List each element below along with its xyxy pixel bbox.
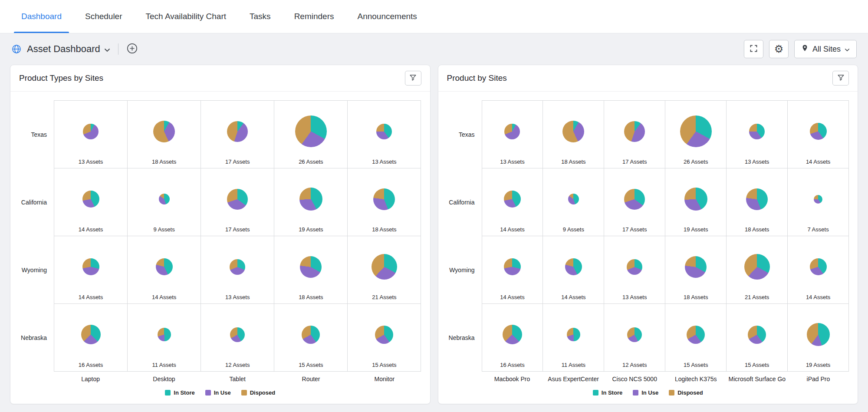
pie-chart[interactable] (562, 121, 584, 142)
tab-dashboard[interactable]: Dashboard (10, 0, 73, 33)
pie-chart[interactable] (565, 258, 582, 275)
pie-chart[interactable] (83, 124, 99, 139)
pie-chart[interactable] (227, 121, 248, 142)
pie-cell[interactable]: 16 Assets (482, 303, 543, 372)
pie-cell[interactable]: 7 Assets (787, 168, 849, 236)
pie-cell[interactable]: 14 Assets (127, 236, 201, 304)
pie-cell[interactable]: 18 Assets (127, 100, 201, 168)
pie-cell[interactable]: 21 Assets (347, 236, 421, 304)
chevron-down-icon[interactable] (104, 48, 110, 52)
pie-cell[interactable]: 17 Assets (604, 100, 665, 168)
pie-chart[interactable] (156, 258, 173, 275)
pie-chart[interactable] (687, 326, 705, 344)
pie-cell[interactable]: 19 Assets (274, 168, 348, 236)
pie-cell[interactable]: 18 Assets (726, 168, 788, 236)
pie-chart[interactable] (300, 256, 322, 278)
pie-chart[interactable] (158, 328, 171, 341)
pie-chart[interactable] (807, 323, 830, 346)
pie-chart[interactable] (227, 189, 248, 210)
pie-chart[interactable] (153, 121, 175, 142)
pie-chart[interactable] (680, 115, 712, 147)
pie-cell[interactable]: 17 Assets (604, 168, 665, 236)
pie-cell[interactable]: 15 Assets (274, 303, 348, 372)
add-dashboard-button[interactable] (126, 43, 138, 56)
pie-cell[interactable]: 13 Assets (54, 100, 128, 168)
pie-chart[interactable] (504, 124, 520, 139)
pie-cell[interactable]: 14 Assets (54, 236, 128, 304)
pie-chart[interactable] (568, 194, 579, 204)
tab-tech-availability-chart[interactable]: Tech Availability Chart (134, 0, 238, 33)
pie-chart[interactable] (230, 327, 245, 342)
pie-cell[interactable]: 13 Assets (604, 236, 665, 304)
pie-chart[interactable] (302, 326, 320, 344)
pie-cell[interactable]: 15 Assets (347, 303, 421, 372)
pie-chart[interactable] (685, 256, 707, 278)
pie-chart[interactable] (295, 115, 327, 147)
pie-chart[interactable] (373, 188, 395, 210)
pie-cell[interactable]: 15 Assets (726, 303, 788, 372)
pie-cell[interactable]: 13 Assets (482, 100, 543, 168)
tab-announcements[interactable]: Announcements (346, 0, 429, 33)
pie-cell[interactable]: 9 Assets (542, 168, 604, 236)
pie-chart[interactable] (810, 258, 827, 275)
pie-chart[interactable] (503, 325, 522, 344)
pie-cell[interactable]: 18 Assets (665, 236, 727, 304)
pie-cell[interactable]: 18 Assets (347, 168, 421, 236)
pie-chart[interactable] (372, 254, 397, 280)
settings-button[interactable]: ⚙ (769, 40, 789, 58)
pie-chart[interactable] (81, 325, 101, 344)
dashboard-title[interactable]: Asset Dashboard (27, 43, 100, 55)
pie-cell[interactable]: 16 Assets (54, 303, 128, 372)
pie-cell[interactable]: 13 Assets (726, 100, 788, 168)
pie-chart[interactable] (627, 259, 642, 275)
pie-cell[interactable]: 14 Assets (482, 168, 543, 236)
pie-chart[interactable] (567, 328, 580, 341)
filter-button[interactable] (832, 71, 849, 86)
pie-chart[interactable] (230, 259, 245, 275)
tab-tasks[interactable]: Tasks (238, 0, 283, 33)
pie-chart[interactable] (810, 123, 827, 140)
pie-cell[interactable]: 17 Assets (201, 100, 274, 168)
pie-cell[interactable]: 26 Assets (274, 100, 348, 168)
pie-cell[interactable]: 26 Assets (665, 100, 727, 168)
pie-chart[interactable] (746, 188, 768, 210)
pie-cell[interactable]: 12 Assets (201, 303, 274, 372)
filter-button[interactable] (405, 71, 421, 86)
tab-reminders[interactable]: Reminders (283, 0, 346, 33)
pie-chart[interactable] (684, 188, 707, 211)
pie-cell[interactable]: 11 Assets (127, 303, 201, 372)
pie-cell[interactable]: 18 Assets (274, 236, 348, 304)
pie-cell[interactable]: 13 Assets (347, 100, 421, 168)
pie-cell[interactable]: 11 Assets (542, 303, 604, 372)
pie-chart[interactable] (749, 124, 765, 139)
pie-cell[interactable]: 14 Assets (542, 236, 604, 304)
pie-chart[interactable] (299, 188, 322, 211)
pie-cell[interactable]: 9 Assets (127, 168, 201, 236)
pie-cell[interactable]: 14 Assets (787, 100, 849, 168)
pie-cell[interactable]: 12 Assets (604, 303, 665, 372)
pie-chart[interactable] (814, 195, 822, 204)
pie-chart[interactable] (748, 326, 766, 344)
pie-cell[interactable]: 15 Assets (665, 303, 727, 372)
pie-chart[interactable] (624, 189, 645, 210)
pie-cell[interactable]: 13 Assets (201, 236, 274, 304)
pie-cell[interactable]: 14 Assets (54, 168, 128, 236)
pie-chart[interactable] (624, 121, 645, 142)
pie-cell[interactable]: 14 Assets (787, 236, 849, 304)
pie-chart[interactable] (744, 254, 770, 280)
pie-cell[interactable]: 19 Assets (665, 168, 727, 236)
pie-chart[interactable] (504, 191, 521, 208)
pie-cell[interactable]: 17 Assets (201, 168, 274, 236)
site-filter-dropdown[interactable]: All Sites (794, 40, 857, 58)
pie-cell[interactable]: 14 Assets (482, 236, 543, 304)
pie-chart[interactable] (82, 191, 99, 208)
pie-chart[interactable] (504, 258, 521, 275)
fullscreen-button[interactable] (744, 40, 763, 58)
tab-scheduler[interactable]: Scheduler (73, 0, 134, 33)
pie-cell[interactable]: 19 Assets (787, 303, 849, 372)
pie-cell[interactable]: 21 Assets (726, 236, 788, 304)
pie-chart[interactable] (376, 124, 392, 139)
pie-cell[interactable]: 18 Assets (542, 100, 604, 168)
pie-chart[interactable] (627, 327, 642, 342)
pie-chart[interactable] (159, 194, 170, 204)
